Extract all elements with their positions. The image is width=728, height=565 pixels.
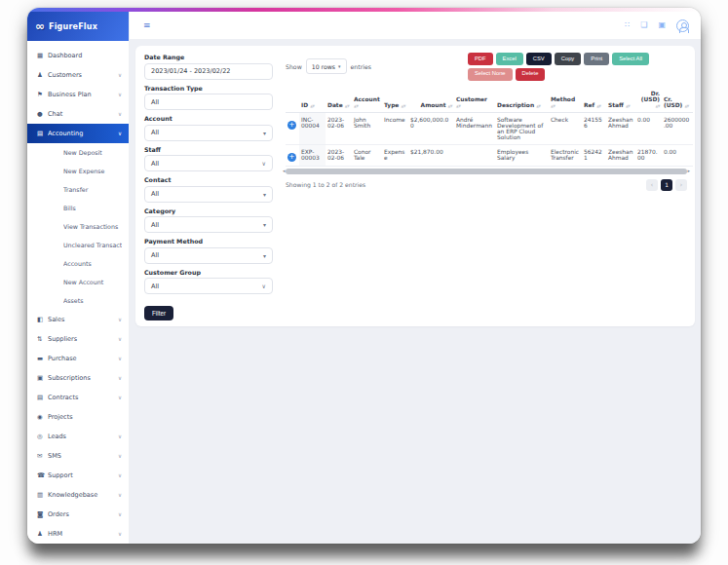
- select-all-button[interactable]: Select All: [612, 53, 649, 65]
- sidebar-item-leads[interactable]: ◎ Leads ∨: [27, 427, 129, 446]
- scroll-right-icon[interactable]: ▸: [687, 168, 690, 173]
- transaction-type-select[interactable]: All: [144, 94, 273, 110]
- expand-row-button[interactable]: +: [287, 153, 296, 162]
- expand-row-button[interactable]: +: [287, 121, 296, 130]
- column-header-label: ID: [301, 102, 308, 108]
- column-header[interactable]: Date ▲▼: [326, 87, 352, 113]
- sidebar-item-projects[interactable]: ◉ Projects: [27, 407, 129, 427]
- sidebar-item-dashboard[interactable]: ▦ Dashboard: [27, 46, 129, 65]
- pagination-prev-button[interactable]: ‹: [646, 179, 658, 191]
- date-range-input[interactable]: 2023/01/24 - 2023/02/22: [144, 63, 273, 80]
- sidebar-item-support[interactable]: ☎ Support ∨: [27, 466, 129, 485]
- sort-arrows-icon: ▲▼: [684, 104, 688, 108]
- filter-value: All: [151, 221, 159, 229]
- sidebar-item-knowledgebase[interactable]: ▥ Knowledgebase ∨: [27, 485, 129, 505]
- column-header[interactable]: Customer ▲▼: [454, 87, 495, 113]
- table-cell-dr: 21870.00: [635, 144, 662, 166]
- sidebar-item-contracts[interactable]: ▤ Contracts ∨: [27, 388, 129, 407]
- pagination-next-button[interactable]: ›: [675, 179, 687, 191]
- sidebar-item-accounting[interactable]: ▤ Accounting ∨: [27, 124, 129, 143]
- csv-button[interactable]: CSV: [526, 53, 552, 65]
- sidebar-item-new-deposit[interactable]: New Deposit: [27, 143, 129, 162]
- copy-button[interactable]: Copy: [555, 53, 582, 65]
- column-header-label: Ref: [584, 102, 594, 108]
- category-select[interactable]: All ▾: [144, 216, 273, 233]
- column-header[interactable]: Dr. (USD) ▲▼: [635, 87, 662, 113]
- sidebar-item-label: Business Plan: [48, 91, 118, 98]
- sidebar-item-assets[interactable]: Assets: [27, 291, 129, 310]
- app-logo[interactable]: ∞ FigureFlux: [27, 12, 129, 41]
- column-header[interactable]: Account ▲▼: [352, 87, 382, 113]
- rows-per-page-select[interactable]: 10 rows ▾: [306, 58, 347, 74]
- chevron-down-icon: ▾: [263, 252, 266, 259]
- sidebar-item-label: Assets: [63, 297, 122, 304]
- sidebar-item-label: Sales: [48, 316, 118, 323]
- sidebar-item-bills[interactable]: Bills: [27, 199, 129, 217]
- sidebar-item-transfer[interactable]: Transfer: [27, 180, 129, 199]
- column-header[interactable]: Cr. (USD) ▲▼: [662, 87, 693, 113]
- sidebar-item-sms[interactable]: ✉ SMS ∨: [27, 446, 129, 466]
- hamburger-menu-icon[interactable]: ≡: [143, 20, 151, 30]
- customer-group-select[interactable]: All ∨: [144, 278, 273, 294]
- horizontal-scrollbar[interactable]: ◂ ▸: [286, 169, 687, 174]
- chevron-down-icon: ∨: [118, 131, 122, 136]
- file-icon[interactable]: ❏: [640, 21, 647, 29]
- filter-field: Transaction Type All: [144, 85, 273, 111]
- sidebar-item-suppliers[interactable]: ⇅ Suppliers ∨: [27, 329, 129, 349]
- sidebar-item-sales[interactable]: ◧ Sales ∨: [27, 310, 129, 329]
- select-none-button[interactable]: Select None: [468, 68, 513, 81]
- sidebar-item-orders[interactable]: ◙ Orders ∨: [27, 505, 129, 524]
- sidebar-item-new-account[interactable]: New Account: [27, 273, 129, 291]
- user-avatar[interactable]: [676, 19, 689, 32]
- column-header[interactable]: Ref ▲▼: [582, 87, 606, 113]
- filter-value: All: [151, 129, 159, 136]
- table-cell-staff: Zeeshan Ahmad: [606, 112, 635, 144]
- scroll-left-icon[interactable]: ◂: [283, 168, 286, 173]
- sidebar-item-new-expense[interactable]: New Expense: [27, 162, 129, 180]
- chevron-down-icon: ∨: [118, 453, 122, 459]
- filter-button[interactable]: Filter: [144, 306, 173, 320]
- staff-select[interactable]: All ∨: [144, 155, 273, 171]
- sidebar-item-hrm[interactable]: ♟ HRM ∨: [27, 524, 129, 544]
- sidebar-item-icon: ▣: [37, 374, 48, 382]
- column-header[interactable]: Method ▲▼: [549, 87, 582, 113]
- sidebar-item-uncleared-transactions[interactable]: Uncleared Transactions: [27, 236, 129, 254]
- sidebar-item-label: HRM: [48, 530, 118, 538]
- column-header[interactable]: Staff ▲▼: [606, 87, 635, 113]
- sidebar-item-label: Leads: [48, 433, 118, 440]
- delete-button[interactable]: Delete: [516, 68, 546, 81]
- contact-select[interactable]: All ▾: [144, 186, 273, 203]
- fullscreen-icon[interactable]: ∷: [625, 21, 630, 29]
- clipboard-icon[interactable]: ▣: [658, 21, 666, 29]
- column-header-label: Staff: [608, 102, 624, 108]
- table-cell-type: Expense: [382, 144, 408, 166]
- filter-value: 2023/01/24 - 2023/02/22: [151, 67, 230, 75]
- sidebar-item-customers[interactable]: ♟ Customers ∨: [27, 65, 129, 85]
- sidebar-item-icon: ▦: [37, 52, 48, 59]
- table-cell-customer: [454, 144, 495, 166]
- sidebar-item-business-plan[interactable]: ⚑ Business Plan ∨: [27, 85, 129, 104]
- sidebar-item-view-transactions[interactable]: View Transactions: [27, 217, 129, 236]
- account-select[interactable]: All ▾: [144, 125, 273, 141]
- column-header-label: Customer: [456, 96, 487, 102]
- column-header[interactable]: Description ▲▼: [495, 87, 549, 113]
- pdf-button[interactable]: PDF: [468, 53, 493, 65]
- sidebar-item-purchase[interactable]: ▬ Purchase ∨: [27, 349, 129, 368]
- filter-field: Date Range 2023/01/24 - 2023/02/22: [144, 54, 273, 80]
- print-button[interactable]: Print: [584, 53, 609, 65]
- sidebar-item-accounts[interactable]: Accounts: [27, 254, 129, 273]
- filter-label: Transaction Type: [144, 85, 273, 92]
- payment-method-select[interactable]: All ▾: [144, 247, 273, 264]
- sidebar-item-label: Suppliers: [48, 335, 118, 343]
- sidebar-item-chat[interactable]: ● Chat ∨: [27, 104, 129, 124]
- sidebar-item-label: Customers: [48, 71, 118, 79]
- sidebar-item-subscriptions[interactable]: ▣ Subscriptions ∨: [27, 368, 129, 388]
- chevron-down-icon: ∨: [118, 72, 122, 78]
- column-header[interactable]: ID ▲▼: [299, 87, 326, 113]
- pagination-page-1[interactable]: 1: [661, 179, 672, 191]
- excel-button[interactable]: Excel: [496, 53, 523, 65]
- filter-value: All: [151, 251, 159, 259]
- chevron-down-icon: ∨: [262, 160, 266, 167]
- column-header[interactable]: Amount ▲▼: [408, 87, 454, 113]
- column-header[interactable]: Type ▲▼: [382, 87, 408, 113]
